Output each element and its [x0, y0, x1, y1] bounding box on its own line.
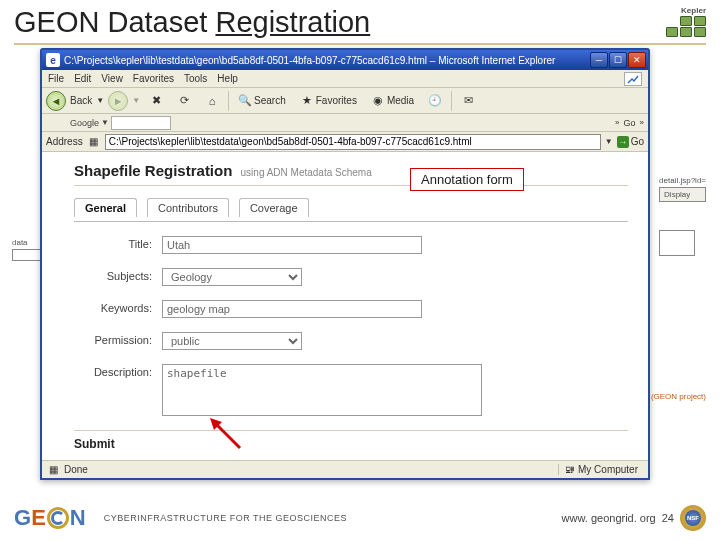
slide-title: GEON Dataset Registration — [14, 6, 370, 39]
favorites-label: Favorites — [316, 95, 357, 106]
page-content: Shapefile Registration using ADN Metadat… — [42, 152, 648, 460]
nsf-logo-icon: NSF — [680, 505, 706, 531]
menu-favorites[interactable]: Favorites — [133, 73, 174, 84]
stop-icon: ✖ — [149, 94, 163, 108]
google-label: Google — [70, 118, 99, 128]
slide-title-plain: GEON Dataset — [14, 6, 215, 38]
media-label: Media — [387, 95, 414, 106]
permission-label: Permission: — [74, 332, 162, 346]
kepler-logo-label: Kepler — [681, 6, 706, 15]
behind-left-label: data — [12, 238, 28, 247]
computer-icon: 🖳 — [565, 464, 575, 475]
titlebar: e C:\Projects\kepler\lib\testdata\geon\b… — [42, 50, 648, 70]
menu-view[interactable]: View — [101, 73, 123, 84]
minimize-button[interactable]: ─ — [590, 52, 608, 68]
history-icon: 🕘 — [428, 94, 442, 108]
back-dropdown-icon[interactable]: ▼ — [96, 96, 104, 105]
back-button[interactable]: ◄ — [46, 91, 66, 111]
search-button[interactable]: 🔍Search — [233, 91, 291, 111]
ie-throbber-icon — [624, 72, 642, 86]
behind-left-fragment: data — [12, 238, 42, 261]
maximize-button[interactable]: ☐ — [609, 52, 627, 68]
go-label: Go — [631, 136, 644, 147]
description-label: Description: — [74, 364, 162, 378]
tab-contributors[interactable]: Contributors — [147, 198, 229, 217]
status-done: Done — [64, 464, 88, 475]
stop-button[interactable]: ✖ — [144, 91, 168, 111]
slide-title-rule — [14, 43, 706, 45]
description-textarea[interactable]: shapefile — [162, 364, 482, 416]
menu-tools[interactable]: Tools — [184, 73, 207, 84]
slide-footer: GEN CYBERINFRASTRUCTURE FOR THE GEOSCIEN… — [0, 496, 720, 540]
status-bar: ▦ Done 🖳 My Computer — [42, 460, 648, 478]
refresh-button[interactable]: ⟳ — [172, 91, 196, 111]
title-label: Title: — [74, 236, 162, 250]
toolbar-google: Google▼ » Go » — [42, 114, 648, 132]
address-bar: Address ▦ ▼ →Go — [42, 132, 648, 152]
media-icon: ◉ — [371, 94, 385, 108]
page-icon: ▦ — [87, 136, 101, 147]
ie-window: e C:\Projects\kepler\lib\testdata\geon\b… — [40, 48, 650, 480]
page-heading-sub: using ADN Metadata Schema — [241, 167, 372, 178]
menu-file[interactable]: File — [48, 73, 64, 84]
back-label: Back — [70, 95, 92, 106]
star-icon: ★ — [300, 94, 314, 108]
history-button[interactable]: 🕘 — [423, 91, 447, 111]
close-button[interactable]: ✕ — [628, 52, 646, 68]
search-icon: 🔍 — [238, 94, 252, 108]
mail-icon: ✉ — [461, 94, 475, 108]
tab-general[interactable]: General — [74, 198, 137, 217]
behind-right-label: detail.jsp?id= — [659, 176, 706, 185]
kepler-logo: Kepler — [666, 6, 706, 37]
go-button[interactable]: →Go — [617, 136, 644, 148]
subjects-label: Subjects: — [74, 268, 162, 282]
mail-button[interactable]: ✉ — [456, 91, 480, 111]
ie-icon: e — [46, 53, 60, 67]
keywords-label: Keywords: — [74, 300, 162, 314]
svg-marker-1 — [210, 418, 222, 430]
behind-left-port — [12, 249, 42, 261]
page-number: 24 — [662, 512, 674, 524]
address-dropdown-icon[interactable]: ▼ — [605, 137, 613, 146]
subjects-select[interactable]: Geology — [162, 268, 302, 286]
favorites-button[interactable]: ★Favorites — [295, 91, 362, 111]
slide-title-underlined: Registration — [215, 6, 370, 38]
google-go-button[interactable]: Go — [624, 118, 636, 128]
behind-right-fragment: detail.jsp?id= Display (GEON project) — [659, 176, 706, 256]
refresh-icon: ⟳ — [177, 94, 191, 108]
footer-url: www. geongrid. org — [562, 512, 656, 524]
footer-tagline: CYBERINFRASTRUCTURE FOR THE GEOSCIENCES — [104, 513, 347, 523]
window-title: C:\Projects\kepler\lib\testdata\geon\bd5… — [64, 55, 590, 66]
behind-node-icon — [659, 230, 695, 256]
behind-project-note: (GEON project) — [651, 392, 706, 401]
menu-edit[interactable]: Edit — [74, 73, 91, 84]
behind-display-button[interactable]: Display — [659, 187, 706, 202]
address-label: Address — [46, 136, 83, 147]
forward-dropdown-icon[interactable]: ▼ — [132, 96, 140, 105]
forward-button[interactable]: ► — [108, 91, 128, 111]
menu-help[interactable]: Help — [217, 73, 238, 84]
permission-select[interactable]: public — [162, 332, 302, 350]
home-button[interactable]: ⌂ — [200, 91, 224, 111]
address-input[interactable] — [105, 134, 601, 150]
geon-logo: GEN — [14, 505, 86, 531]
page-heading: Shapefile Registration using ADN Metadat… — [74, 162, 628, 179]
annotation-callout: Annotation form — [410, 168, 524, 191]
toolbar-main: ◄ Back ▼ ► ▼ ✖ ⟳ ⌂ 🔍Search ★Favorites ◉M… — [42, 88, 648, 114]
done-icon: ▦ — [46, 463, 60, 477]
home-icon: ⌂ — [205, 94, 219, 108]
submit-button[interactable]: Submit — [74, 437, 628, 451]
keywords-input[interactable] — [162, 300, 422, 318]
search-label: Search — [254, 95, 286, 106]
media-button[interactable]: ◉Media — [366, 91, 419, 111]
google-search-input[interactable] — [111, 116, 171, 130]
geon-swirl-icon — [47, 507, 69, 529]
status-zone: My Computer — [578, 464, 638, 475]
title-input[interactable] — [162, 236, 422, 254]
go-icon: → — [617, 136, 629, 148]
menubar: File Edit View Favorites Tools Help — [42, 70, 648, 88]
tab-coverage[interactable]: Coverage — [239, 198, 309, 217]
